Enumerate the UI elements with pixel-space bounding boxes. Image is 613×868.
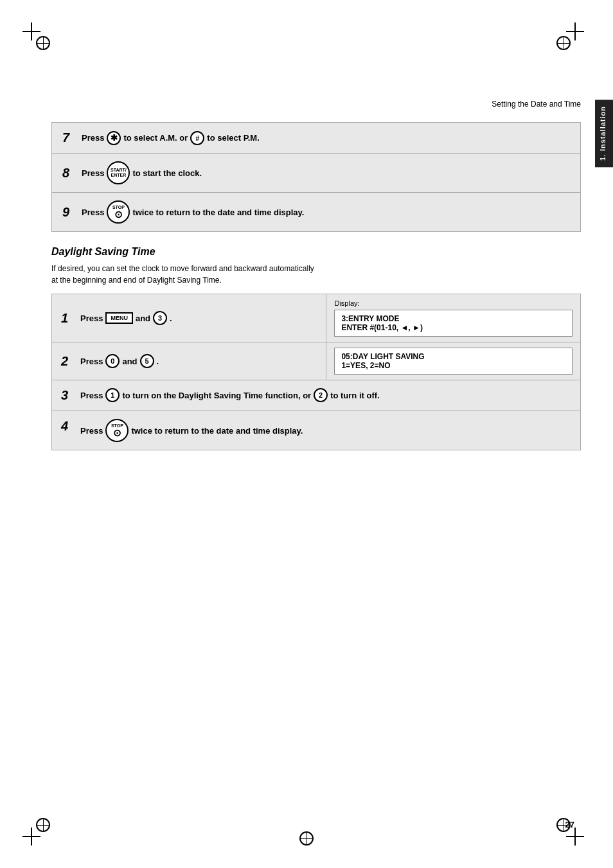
stop-button-4: STOP ⊙ [105, 419, 129, 442]
step-9-number: 9 [62, 205, 74, 220]
page-number: 27 [565, 820, 574, 829]
dst-step-2-and: and [122, 357, 137, 366]
dst-step-2-left: 2 Press 0 and 5 . [52, 342, 326, 380]
dst-step-3-row: 3 Press 1 to turn on the Daylight Saving… [52, 380, 580, 411]
dst-steps-container: 1 Press MENU and 3 . Display: 3:ENTRY MO… [51, 294, 581, 450]
steps-7-9: 7 Press ✱ to select A.M. or # to select … [51, 122, 581, 232]
dst-step-3-press: Press [80, 391, 103, 400]
btn-0: 0 [105, 354, 120, 368]
page-header: Setting the Date and Time [492, 100, 581, 109]
step-9-twice: twice to return to the date and time dis… [132, 208, 304, 217]
dst-step-1-and: and [136, 314, 150, 323]
dst-step-1-period: . [170, 314, 172, 323]
step-8-number: 8 [62, 166, 74, 181]
step-7-press-label: Press [82, 133, 104, 143]
step-8-press-label: Press [82, 168, 104, 178]
dst-step-4-press: Press [80, 426, 103, 436]
dst-step-3-to-turn-on: to turn on the Daylight Saving Time func… [122, 391, 311, 400]
step-7-to-select-am: to select A.M. or [123, 133, 188, 143]
main-content: 7 Press ✱ to select A.M. or # to select … [51, 122, 581, 817]
dst-step-3-number: 3 [61, 388, 73, 403]
dst-step-4-full: 4 Press STOP ⊙ twice to return to the da… [52, 411, 580, 450]
step-7-content: Press ✱ to select A.M. or # to select P.… [82, 131, 260, 145]
hash-button: # [190, 131, 204, 145]
dst-step-2-number: 2 [61, 354, 73, 369]
dst-step-2-content: Press 0 and 5 . [80, 354, 159, 368]
dst-step-1-press: Press [80, 314, 103, 323]
step-7-to-select-pm: to select P.M. [207, 133, 259, 143]
dst-step-3-content: Press 1 to turn on the Daylight Saving T… [80, 388, 380, 402]
display-box-1: 3:ENTRY MODE ENTER #(01-10, ◄, ►) [334, 310, 573, 337]
btn-1: 1 [105, 388, 120, 402]
btn-3: 3 [153, 311, 167, 325]
dst-step-4-number: 4 [61, 419, 73, 434]
display-line-1-1: 3:ENTRY MODE [341, 314, 565, 323]
dst-step-2-period: . [157, 357, 159, 366]
star-button: ✱ [107, 131, 121, 145]
dst-step-2-row: 2 Press 0 and 5 . 05:DAY LIGHT SAVING 1=… [52, 342, 580, 380]
step-8-row: 8 Press START/ENTER to start the clock. [52, 154, 580, 193]
step-7-number: 7 [62, 130, 74, 145]
dst-step-2-right: 05:DAY LIGHT SAVING 1=YES, 2=NO [326, 342, 580, 380]
circle-reg-bottom-center [299, 831, 314, 846]
step-9-content: Press STOP ⊙ twice to return to the date… [82, 200, 304, 224]
display-box-2: 05:DAY LIGHT SAVING 1=YES, 2=NO [334, 348, 573, 375]
dst-section-title: Daylight Saving Time [51, 246, 581, 258]
circle-reg-top-left [36, 36, 50, 50]
btn-5: 5 [140, 354, 154, 368]
step-7-row: 7 Press ✱ to select A.M. or # to select … [52, 123, 580, 154]
dst-step-4-row: 4 Press STOP ⊙ twice to return to the da… [52, 411, 580, 450]
step-9-press-label: Press [82, 208, 104, 217]
display-label-1: Display: [334, 299, 573, 307]
circle-reg-bottom-left [36, 818, 50, 832]
dst-step-3-full: 3 Press 1 to turn on the Daylight Saving… [52, 380, 580, 411]
btn-2: 2 [314, 388, 328, 402]
display-line-2-2: 1=YES, 2=NO [341, 361, 565, 370]
dst-step-4-content: Press STOP ⊙ twice to return to the date… [80, 419, 303, 442]
dst-step-2-press: Press [80, 357, 103, 366]
side-tab: 1. Installation [595, 100, 613, 167]
dst-step-4-twice: twice to return to the date and time dis… [131, 426, 303, 436]
step-8-to-start: to start the clock. [132, 168, 202, 178]
dst-step-1-right: Display: 3:ENTRY MODE ENTER #(01-10, ◄, … [326, 294, 580, 342]
dst-step-1-number: 1 [61, 311, 73, 326]
dst-step-3-to-turn-off: to turn it off. [330, 391, 380, 400]
menu-button: MENU [105, 312, 133, 324]
start-enter-button: START/ENTER [107, 161, 130, 184]
step-8-content: Press START/ENTER to start the clock. [82, 161, 202, 184]
display-line-2-1: 05:DAY LIGHT SAVING [341, 352, 565, 361]
display-line-1-2: ENTER #(01-10, ◄, ►) [341, 323, 565, 332]
dst-step-1-left: 1 Press MENU and 3 . [52, 294, 326, 342]
dst-step-1-content: Press MENU and 3 . [80, 311, 172, 325]
circle-reg-top-right [556, 36, 571, 50]
reg-mark-bottom-right [566, 828, 584, 846]
dst-section-desc: If desired, you can set the clock to mov… [51, 263, 581, 286]
stop-button-9: STOP ⊙ [107, 200, 130, 224]
step-9-row: 9 Press STOP ⊙ twice to return to the da… [52, 193, 580, 231]
dst-step-1-row: 1 Press MENU and 3 . Display: 3:ENTRY MO… [52, 294, 580, 342]
